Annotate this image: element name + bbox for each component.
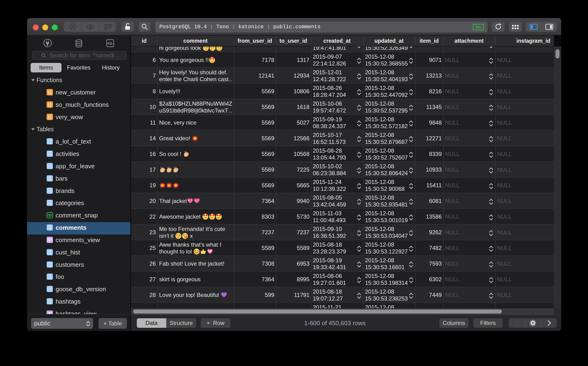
svg-text:{}: {} [48, 115, 52, 119]
svg-text:{}: {} [48, 103, 52, 107]
svg-text:{}: {} [48, 91, 52, 94]
